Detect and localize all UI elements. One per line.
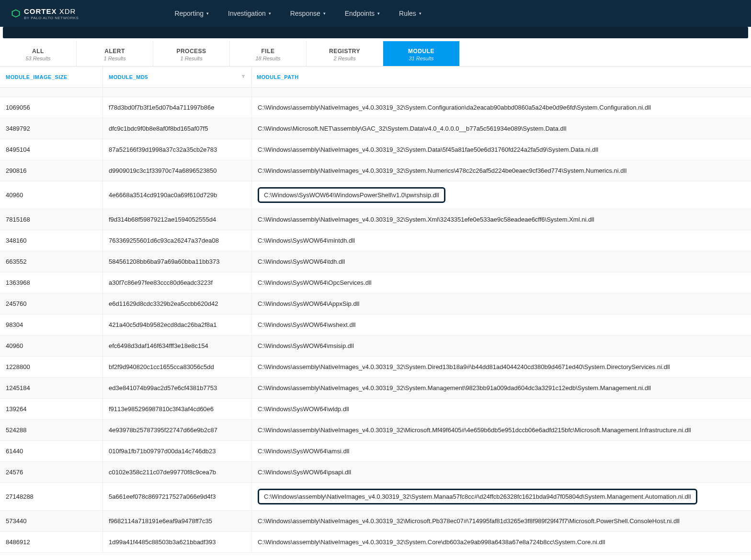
- table-row[interactable]: 1069056f78d3bd0f7b3f1e5d07b4a711997b86eC…: [0, 97, 751, 118]
- table-row[interactable]: 271482885a661eef078c8697217527a066e9d4f3…: [0, 483, 751, 511]
- cell-image-size: 1069056: [0, 97, 103, 118]
- cell-image-size: 524288: [0, 420, 103, 440]
- nav-item-response[interactable]: Response▾: [290, 10, 326, 17]
- table-row[interactable]: 348160763369255601d6c93ca26247a37dea08C:…: [0, 230, 751, 251]
- tab-label: FILE: [230, 48, 306, 55]
- cell-path: C:\Windows\SysWOW64\mintdh.dll: [252, 230, 751, 251]
- cell-md5: 421a40c5d94b9582ecd8dac26ba2f8a1: [103, 314, 252, 335]
- column-header-size[interactable]: MODULE_IMAGE_SIZE: [0, 67, 103, 87]
- cell-path: C:\Windows\SysWOW64\WindowsPowerShell\v1…: [252, 181, 751, 209]
- table-row[interactable]: 61440010f9a1fb71b09797d00da14c746db23C:\…: [0, 441, 751, 462]
- tab-module[interactable]: MODULE31 Results: [383, 41, 460, 66]
- sub-bar: [3, 27, 748, 38]
- table-row[interactable]: 245760e6d11629d8cdc3329b2ea5ccbb620d42C:…: [0, 293, 751, 314]
- highlighted-path: C:\Windows\assembly\NativeImages_v4.0.30…: [258, 489, 697, 504]
- nav-item-reporting[interactable]: Reporting▾: [174, 10, 209, 17]
- cell-image-size: 3489792: [0, 118, 103, 139]
- table-row[interactable]: 409604e6668a3514cd9190ac0a69f610d729bC:\…: [0, 181, 751, 209]
- table-row[interactable]: 5242884e93978b25787395f22747d66e9b2c87C:…: [0, 420, 751, 441]
- cell-md5: f78d3bd0f7b3f1e5d07b4a711997b86e: [103, 97, 252, 118]
- table-row[interactable]: 290816d9909019c3c1f33970c74a6896523850C:…: [0, 160, 751, 181]
- cell-image-size: 8486912: [0, 532, 103, 552]
- tab-sublabel: 2 Results: [307, 56, 383, 61]
- nav-item-endpoints[interactable]: Endpoints▾: [345, 10, 380, 17]
- column-header-path-label: MODULE_PATH: [257, 74, 299, 80]
- cell-image-size: 573440: [0, 511, 103, 531]
- table-row[interactable]: 1363968a30f7c86e97fee83ccc80d6eadc3223fC…: [0, 272, 751, 293]
- cell-path: C:\Windows\assembly\NativeImages_v4.0.30…: [252, 357, 751, 377]
- column-header-path[interactable]: MODULE_PATH: [252, 74, 751, 80]
- tab-alert[interactable]: ALERT1 Results: [77, 41, 153, 66]
- cell-image-size: 1228800: [0, 357, 103, 377]
- column-header-md5[interactable]: MODULE_MD5: [103, 67, 252, 87]
- table-row[interactable]: 40960efc6498d3daf146f634fff3e18e8c154C:\…: [0, 336, 751, 357]
- chevron-down-icon: ▾: [269, 11, 271, 16]
- filter-icon[interactable]: [241, 74, 246, 80]
- table-row[interactable]: 1228800bf2f9d940820c1cc1655cca83056c5ddC…: [0, 357, 751, 378]
- tab-label: MODULE: [383, 48, 459, 55]
- table-row[interactable]: 849510487a52166f39d1998a37c32a35cb2e783C…: [0, 139, 751, 160]
- tab-process[interactable]: PROCESS1 Results: [153, 41, 230, 66]
- cell-image-size: 98304: [0, 314, 103, 335]
- tab-sublabel: 18 Results: [230, 56, 306, 61]
- chevron-down-icon: ▾: [377, 11, 380, 16]
- table-row[interactable]: 3489792dfc9c1bdc9f0b8e8af0f8bd165af07f5C…: [0, 118, 751, 139]
- cell-image-size: 8495104: [0, 139, 103, 160]
- cell-md5: a30f7c86e97fee83ccc80d6eadc3223f: [103, 272, 252, 293]
- cell-image-size: 27148288: [0, 483, 103, 510]
- cell-image-size: 663552: [0, 251, 103, 272]
- cell-image-size: 245760: [0, 293, 103, 314]
- tab-file[interactable]: FILE18 Results: [230, 41, 307, 66]
- table-row[interactable]: 98304421a40c5d94b9582ecd8dac26ba2f8a1C:\…: [0, 314, 751, 336]
- cell-md5: f9682114a718191e6eaf9a9478ff7c35: [103, 511, 252, 531]
- tabs-row: ALL53 ResultsALERT1 ResultsPROCESS1 Resu…: [0, 41, 751, 67]
- tab-registry[interactable]: REGISTRY2 Results: [307, 41, 383, 66]
- nav-item-label: Response: [290, 10, 320, 17]
- tab-sublabel: 31 Results: [383, 56, 459, 61]
- table-row[interactable]: 84869121d99a41f4485c88503b3a621bbadf393C…: [0, 532, 751, 553]
- cell-image-size: 40960: [0, 181, 103, 209]
- chevron-down-icon: ▾: [419, 11, 421, 16]
- table-row[interactable]: 1245184ed3e841074b99ac2d57e6cf4381b7753C…: [0, 378, 751, 399]
- cell-path: C:\Windows\SysWOW64\wshext.dll: [252, 314, 751, 335]
- tab-label: REGISTRY: [307, 48, 383, 55]
- nav-item-label: Reporting: [174, 10, 204, 17]
- partial-row-top: [0, 88, 751, 97]
- nav-item-label: Endpoints: [345, 10, 375, 17]
- table-row[interactable]: 663552584561208bb6ba97a69a60bba11bb373C:…: [0, 251, 751, 272]
- cell-md5: efc6498d3daf146f634fff3e18e8c154: [103, 336, 252, 356]
- brand-logo[interactable]: CORTEX XDR BY PALO ALTO NETWORKS: [11, 7, 79, 20]
- nav-item-label: Rules: [399, 10, 416, 17]
- cell-path: C:\Windows\SysWOW64\tdh.dll: [252, 251, 751, 272]
- table-row[interactable]: 7815168f9d314b68f59879212ae1594052555d4C…: [0, 209, 751, 230]
- tab-sublabel: 1 Results: [153, 56, 229, 61]
- cell-md5: 763369255601d6c93ca26247a37dea08: [103, 230, 252, 251]
- column-headers-row: MODULE_IMAGE_SIZE MODULE_MD5 MODULE_PATH: [0, 67, 751, 88]
- cell-image-size: 1363968: [0, 272, 103, 293]
- cell-path: C:\Windows\assembly\NativeImages_v4.0.30…: [252, 483, 751, 510]
- cell-md5: ed3e841074b99ac2d57e6cf4381b7753: [103, 378, 252, 398]
- table-row[interactable]: 573440f9682114a718191e6eaf9a9478ff7c35C:…: [0, 511, 751, 532]
- cell-path: C:\Windows\SysWOW64\msisip.dll: [252, 336, 751, 356]
- cell-image-size: 290816: [0, 160, 103, 181]
- cell-path: C:\Windows\SysWOW64\wldp.dll: [252, 399, 751, 419]
- cell-path: C:\Windows\assembly\NativeImages_v4.0.30…: [252, 209, 751, 230]
- cell-image-size: 7815168: [0, 209, 103, 230]
- cell-md5: e6d11629d8cdc3329b2ea5ccbb620d42: [103, 293, 252, 314]
- cell-md5: 5a661eef078c8697217527a066e9d4f3: [103, 483, 252, 510]
- cell-path: C:\Windows\assembly\NativeImages_v4.0.30…: [252, 97, 751, 118]
- table-row[interactable]: 24576c0102e358c211c07de99770f8c9cea7bC:\…: [0, 462, 751, 483]
- tab-label: ALL: [0, 48, 76, 55]
- cell-md5: f9113e985296987810c3f43af4cd60e6: [103, 399, 252, 419]
- nav-item-label: Investigation: [228, 10, 266, 17]
- tab-sublabel: 1 Results: [77, 56, 153, 61]
- table-row[interactable]: 139264f9113e985296987810c3f43af4cd60e6C:…: [0, 399, 751, 420]
- tab-all[interactable]: ALL53 Results: [0, 41, 77, 66]
- cell-image-size: 61440: [0, 441, 103, 461]
- cell-path: C:\Windows\Microsoft.NET\assembly\GAC_32…: [252, 118, 751, 139]
- svg-marker-0: [12, 10, 20, 17]
- nav-item-rules[interactable]: Rules▾: [399, 10, 421, 17]
- data-rows: 1069056f78d3bd0f7b3f1e5d07b4a711997b86eC…: [0, 97, 751, 553]
- nav-item-investigation[interactable]: Investigation▾: [228, 10, 271, 17]
- cell-path: C:\Windows\SysWOW64\amsi.dll: [252, 441, 751, 461]
